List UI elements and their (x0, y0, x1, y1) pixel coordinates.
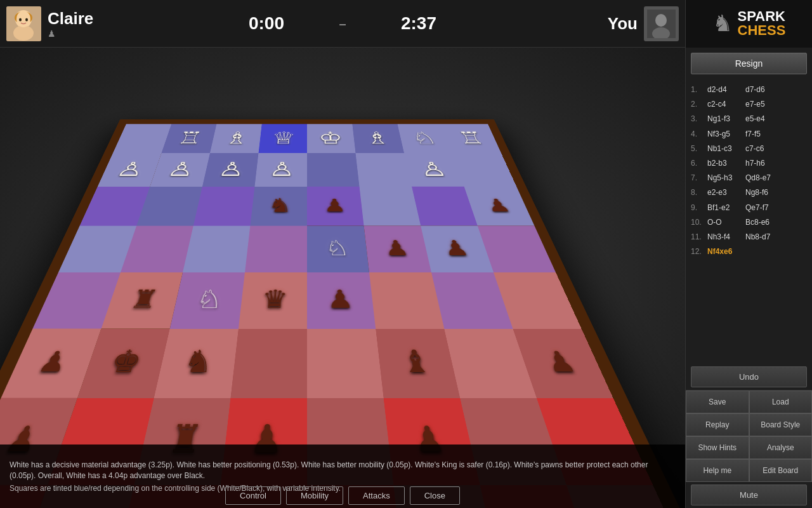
square-e4[interactable]: ♟ (307, 272, 376, 329)
move-black-9: Qe7-f7 (745, 202, 781, 214)
move-row-4[interactable]: 4. Nf3-g5 f7-f5 (689, 127, 809, 142)
move-num-5: 5. (691, 143, 705, 155)
replay-button[interactable]: Replay (686, 413, 749, 436)
move-num-10: 10. (691, 217, 705, 229)
piece-wc7: ♙ (202, 153, 259, 187)
you-label: You (608, 14, 638, 34)
square-c8[interactable]: ♗ (210, 124, 262, 153)
mute-button[interactable]: Mute (691, 485, 807, 505)
square-d4[interactable]: ♛ (239, 272, 307, 329)
square-f7[interactable] (355, 153, 412, 187)
square-c7[interactable]: ♙ (202, 153, 259, 187)
timer-separator: – (317, 17, 368, 31)
square-e5[interactable]: ♘ (307, 225, 369, 272)
square-e3[interactable] (307, 328, 384, 398)
edit-board-button[interactable]: Edit Board (749, 459, 813, 482)
move-num-2: 2. (691, 98, 705, 110)
player-left-info: Claire ♟ (48, 9, 93, 39)
move-num-3: 3. (691, 113, 705, 125)
resign-button[interactable]: Resign (691, 53, 807, 74)
move-row-11[interactable]: 11. Nh3-f4 Nb8-d7 (689, 230, 809, 244)
move-black-2: e7-e5 (745, 98, 781, 110)
square-d5[interactable] (245, 225, 307, 272)
move-row-7[interactable]: 7. Ng5-h3 Qd8-e7 (689, 171, 809, 185)
square-c6[interactable] (193, 186, 255, 225)
piece-bf5: ♟ (364, 225, 431, 272)
piece-wc8: ♗ (210, 124, 262, 153)
claire-piece-icon: ♟ (48, 29, 93, 39)
move-black-11: Nb8-d7 (745, 231, 781, 243)
move-row-5[interactable]: 5. Nb1-c3 c7-c6 (689, 142, 809, 156)
move-num-4: 4. (691, 128, 705, 140)
save-button[interactable]: Save (686, 391, 749, 413)
square-f6[interactable] (360, 186, 421, 225)
move-row-1[interactable]: 1. d2-d4 d7-d6 (689, 83, 809, 97)
close-button[interactable]: Close (410, 486, 460, 505)
mobility-button[interactable]: Mobility (286, 486, 343, 505)
move-white-8: e2-e3 (707, 187, 743, 199)
piece-bd6: ♞ (250, 186, 307, 225)
replay-boardstyle-row: Replay Board Style (686, 413, 812, 436)
square-b8[interactable]: ♖ (162, 124, 217, 153)
move-row-10[interactable]: 10. O-O Bc8-e6 (689, 215, 809, 230)
square-d7[interactable]: ♙ (254, 153, 307, 187)
attacks-button[interactable]: Attacks (348, 486, 405, 505)
help-me-button[interactable]: Help me (686, 459, 749, 482)
move-row-9[interactable]: 9. Bf1-e2 Qe7-f7 (689, 201, 809, 215)
move-black-10: Bc8-e6 (745, 217, 781, 229)
undo-button[interactable]: Undo (691, 366, 807, 387)
move-num-11: 11. (691, 231, 705, 243)
piece-wf8: ♗ (352, 124, 404, 153)
square-e7[interactable] (307, 153, 360, 187)
move-black-7: Qd8-e7 (745, 172, 781, 184)
analyse-button[interactable]: Analyse (749, 436, 813, 459)
square-e8[interactable]: ♔ (307, 124, 355, 153)
move-white-3: Ng1-f3 (707, 113, 743, 125)
player-left-section: Claire ♟ (0, 6, 216, 41)
move-row-6[interactable]: 6. b2-b3 h7-h6 (689, 156, 809, 171)
move-num-1: 1. (691, 84, 705, 96)
move-black-4: f7-f5 (745, 128, 781, 140)
square-c5[interactable] (183, 225, 250, 272)
hints-analyse-row: Show Hints Analyse (686, 436, 812, 459)
board-style-button[interactable]: Board Style (749, 413, 813, 436)
header: Claire ♟ 0:00 – 2:37 You ♞ SPARK CHESS (0, 0, 812, 48)
move-white-5: Nb1-c3 (707, 143, 743, 155)
main-content: ♖ ♗ ♕ ♔ ♗ (0, 48, 812, 508)
move-black-6: h7-h6 (745, 157, 781, 170)
info-bar: White has a decisive material advantage … (0, 444, 685, 508)
svg-point-8 (655, 14, 667, 27)
move-num-9: 9. (691, 202, 705, 214)
timer-right: 2:37 (393, 13, 444, 34)
piece-wh8: ♖ (443, 124, 501, 153)
square-e6[interactable]: ♟ (307, 186, 364, 225)
square-d8[interactable]: ♕ (259, 124, 307, 153)
square-c4[interactable]: ♘ (170, 272, 245, 329)
spark-label: SPARK (738, 10, 786, 23)
show-hints-button[interactable]: Show Hints (686, 436, 749, 459)
timer-left: 0:00 (241, 13, 292, 34)
move-row-8[interactable]: 8. e2-e3 Ng8-f6 (689, 185, 809, 200)
move-white-9: Bf1-e2 (707, 202, 743, 214)
piece-wc4: ♘ (170, 272, 245, 329)
move-row-12[interactable]: 12. Nf4xe6 (689, 244, 809, 259)
square-h8[interactable]: ♖ (443, 124, 501, 153)
move-num-6: 6. (691, 157, 705, 170)
piece-bd4: ♛ (239, 272, 307, 329)
square-h7[interactable] (452, 153, 516, 187)
square-d6[interactable]: ♞ (250, 186, 307, 225)
move-row-2[interactable]: 2. c2-c4 e7-e5 (689, 97, 809, 112)
save-load-row: Save Load (686, 391, 812, 413)
load-button[interactable]: Load (749, 391, 813, 413)
control-button[interactable]: Control (225, 486, 281, 505)
square-f8[interactable]: ♗ (352, 124, 404, 153)
square-d3[interactable] (230, 328, 307, 398)
piece-wd8: ♕ (259, 124, 307, 153)
helpme-editboard-row: Help me Edit Board (686, 459, 812, 482)
timers-section: 0:00 – 2:37 (216, 13, 469, 34)
piece-be4: ♟ (307, 272, 376, 329)
move-row-3[interactable]: 3. Ng1-f3 e5-e4 (689, 112, 809, 126)
move-white-7: Ng5-h3 (707, 172, 743, 184)
square-f5[interactable]: ♟ (364, 225, 431, 272)
move-black-3: e5-e4 (745, 113, 781, 125)
